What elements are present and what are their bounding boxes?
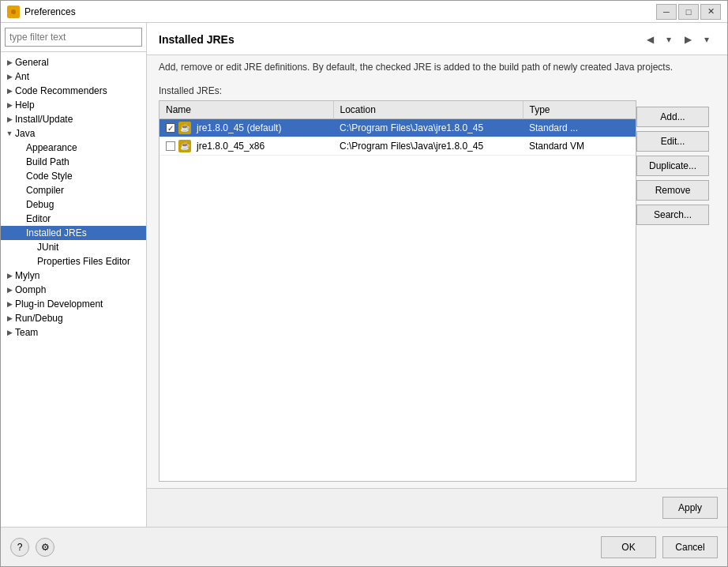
col-type-header[interactable]: Type (523, 101, 636, 119)
back-dropdown-button[interactable]: ▾ (660, 31, 677, 48)
sidebar-item-label: Build Path (26, 156, 69, 167)
sidebar-item-code-recommenders[interactable]: ▶ Code Recommenders (1, 84, 146, 98)
sidebar-item-run-debug[interactable]: ▶ Run/Debug (1, 311, 146, 325)
sidebar-item-team[interactable]: ▶ Team (1, 325, 146, 340)
cell-location: C:\Program Files\Java\jre1.8.0_45 (333, 119, 523, 137)
right-buttons: Add... Edit... Duplicate... Remove Searc… (636, 100, 715, 482)
search-button[interactable]: Search... (636, 205, 709, 225)
edit-button[interactable]: Edit... (636, 131, 709, 152)
sidebar-item-junit[interactable]: JUnit (1, 240, 146, 254)
expand-arrow: ▶ (4, 57, 15, 68)
bottom-bar: ? ⚙ OK Cancel (1, 527, 727, 566)
sidebar-item-java[interactable]: ▼ Java (1, 126, 146, 141)
spacer (15, 156, 26, 167)
panel-content: Installed JREs: Name Location Type (147, 79, 727, 488)
sidebar-item-label: Code Recommenders (15, 85, 107, 96)
sidebar-item-label: Appearance (26, 142, 77, 153)
row-checkbox[interactable] (166, 123, 175, 133)
sidebar: ▶ General ▶ Ant ▶ Code Recommenders ▶ He… (1, 23, 147, 527)
tree-area: ▶ General ▶ Ant ▶ Code Recommenders ▶ He… (1, 52, 146, 527)
table-row[interactable]: ☕ jre1.8.0_45_x86 C:\Program Files\Java\… (159, 137, 636, 156)
sidebar-item-label: Ant (15, 71, 29, 82)
sidebar-item-install-update[interactable]: ▶ Install/Update (1, 112, 146, 126)
spacer (15, 142, 26, 153)
row-checkbox-wrap: ☕ jre1.8.0_45_x86 (166, 140, 327, 152)
window-icon (7, 6, 20, 18)
window-controls: ─ □ ✕ (656, 4, 721, 20)
expand-arrow: ▶ (4, 313, 15, 324)
expand-arrow: ▶ (4, 114, 15, 125)
sidebar-item-build-path[interactable]: Build Path (1, 155, 146, 169)
sidebar-item-properties-files-editor[interactable]: Properties Files Editor (1, 254, 146, 268)
sidebar-item-label: Mylyn (15, 270, 39, 281)
cell-name: ☕ jre1.8.0_45 (default) (159, 119, 333, 137)
sidebar-item-oomph[interactable]: ▶ Oomph (1, 283, 146, 297)
sidebar-item-general[interactable]: ▶ General (1, 55, 146, 69)
minimize-button[interactable]: ─ (656, 4, 677, 20)
sidebar-item-label: Oomph (15, 284, 46, 295)
col-name-header[interactable]: Name (159, 101, 333, 119)
sidebar-item-label: Team (15, 327, 38, 338)
sidebar-item-editor[interactable]: Editor (1, 212, 146, 226)
add-button[interactable]: Add... (636, 107, 709, 127)
expand-arrow: ▶ (4, 71, 15, 82)
sidebar-item-label: Compiler (26, 185, 64, 196)
cancel-button[interactable]: Cancel (662, 536, 718, 558)
sidebar-item-appearance[interactable]: Appearance (1, 141, 146, 155)
sidebar-item-plugin-development[interactable]: ▶ Plug-in Development (1, 297, 146, 311)
jre-name: jre1.8.0_45_x86 (197, 141, 265, 152)
bottom-left-buttons: ? ⚙ (10, 538, 54, 557)
sidebar-item-label: Java (15, 128, 35, 139)
svg-point-1 (11, 9, 16, 14)
title-bar: Preferences ─ □ ✕ (1, 1, 727, 23)
sidebar-item-debug[interactable]: Debug (1, 197, 146, 212)
forward-button[interactable]: ▶ (679, 31, 696, 48)
sidebar-item-label: General (15, 57, 49, 68)
expand-arrow: ▶ (4, 284, 15, 295)
sidebar-item-help[interactable]: ▶ Help (1, 98, 146, 112)
content-area: ▶ General ▶ Ant ▶ Code Recommenders ▶ He… (1, 23, 727, 527)
spacer (15, 171, 26, 182)
sidebar-item-label: Run/Debug (15, 313, 63, 324)
cell-type: Standard ... (523, 119, 636, 137)
table-row[interactable]: ☕ jre1.8.0_45 (default) C:\Program Files… (159, 119, 636, 137)
spacer (15, 185, 26, 196)
apply-area: Apply (147, 488, 727, 527)
sidebar-item-ant[interactable]: ▶ Ant (1, 69, 146, 84)
sidebar-item-compiler[interactable]: Compiler (1, 183, 146, 197)
back-button[interactable]: ◀ (641, 31, 659, 48)
preferences-button[interactable]: ⚙ (36, 538, 54, 557)
sidebar-item-mylyn[interactable]: ▶ Mylyn (1, 268, 146, 283)
cell-location: C:\Program Files\Java\jre1.8.0_45 (333, 137, 523, 156)
sidebar-item-label: JUnit (37, 242, 58, 253)
panel-description: Add, remove or edit JRE definitions. By … (147, 55, 727, 79)
expand-arrow: ▶ (4, 299, 15, 310)
jre-icon: ☕ (178, 140, 191, 152)
expand-arrow: ▶ (4, 327, 15, 338)
sidebar-item-label: Help (15, 100, 35, 111)
remove-button[interactable]: Remove (636, 180, 709, 201)
table-buttons-row: Name Location Type (159, 100, 715, 482)
sidebar-item-label: Debug (26, 199, 54, 210)
maximize-button[interactable]: □ (678, 4, 699, 20)
panel-title: Installed JREs (159, 33, 235, 46)
spacer (15, 213, 26, 224)
ok-button[interactable]: OK (601, 536, 656, 558)
forward-dropdown-button[interactable]: ▾ (698, 31, 715, 48)
row-checkbox-wrap: ☕ jre1.8.0_45 (default) (166, 122, 327, 134)
spacer (15, 227, 26, 238)
sidebar-item-installed-jres[interactable]: Installed JREs (1, 226, 146, 240)
col-location-header[interactable]: Location (333, 101, 523, 119)
help-button[interactable]: ? (10, 538, 29, 557)
section-label: Installed JREs: (159, 85, 715, 96)
jre-table-wrap: Name Location Type (159, 100, 636, 482)
expand-arrow: ▼ (4, 128, 15, 139)
filter-input[interactable] (5, 28, 142, 47)
sidebar-item-code-style[interactable]: Code Style (1, 169, 146, 183)
row-checkbox[interactable] (166, 141, 175, 151)
cell-type: Standard VM (523, 137, 636, 156)
jre-name: jre1.8.0_45 (default) (197, 122, 281, 133)
close-button[interactable]: ✕ (700, 4, 721, 20)
duplicate-button[interactable]: Duplicate... (636, 156, 709, 176)
apply-button[interactable]: Apply (662, 497, 718, 519)
